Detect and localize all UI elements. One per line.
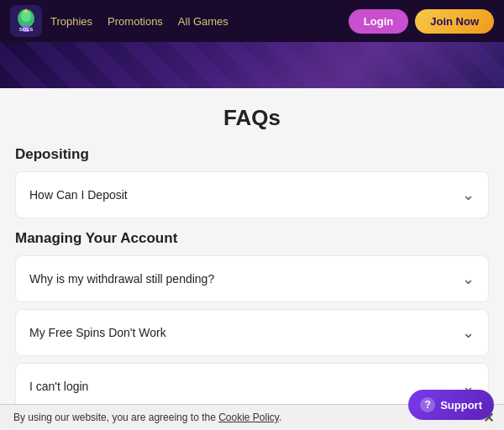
depositing-section-title: Depositing [15, 146, 489, 163]
cookie-text: By using our website, you are agreeing t… [13, 412, 216, 423]
faq-item-deposit[interactable]: How Can I Deposit ⌄ [15, 171, 489, 218]
nav-promotions[interactable]: Promotions [108, 15, 163, 28]
support-button[interactable]: ? Support [408, 390, 494, 420]
svg-text:SOLS: SOLS [19, 27, 33, 32]
header-actions: Login Join Now [349, 9, 494, 34]
nav-links: Trophies Promotions All Games [50, 15, 228, 28]
faq-item-withdrawal-label: Why is my withdrawal still pending? [29, 272, 214, 286]
chevron-down-icon: ⌄ [462, 323, 475, 342]
faq-item-free-spins-label: My Free Spins Don't Work [29, 326, 166, 339]
nav-all-games[interactable]: All Games [178, 15, 228, 28]
logo-icon: SOLS [10, 5, 42, 37]
cookie-period: . [279, 412, 281, 423]
faq-title: FAQs [15, 105, 489, 131]
faq-item-deposit-label: How Can I Deposit [29, 188, 128, 202]
logo-area: SOLS [10, 5, 42, 37]
chevron-down-icon: ⌄ [462, 270, 475, 288]
chevron-down-icon: ⌄ [462, 186, 475, 204]
login-button[interactable]: Login [349, 9, 408, 34]
join-button[interactable]: Join Now [415, 9, 494, 34]
depositing-section: Depositing How Can I Deposit ⌄ [15, 146, 489, 218]
cookie-policy-link[interactable]: Cookie Policy [218, 412, 279, 423]
faq-item-free-spins[interactable]: My Free Spins Don't Work ⌄ [15, 309, 489, 356]
support-icon: ? [420, 397, 435, 412]
main-content: FAQs Depositing How Can I Deposit ⌄ Mana… [0, 88, 504, 430]
header: SOLS Trophies Promotions All Games Login… [0, 0, 504, 42]
hero-banner [0, 42, 504, 88]
faq-item-cant-login-label: I can't login [29, 380, 88, 393]
nav-trophies[interactable]: Trophies [50, 15, 92, 28]
managing-section-title: Managing Your Account [15, 230, 489, 247]
support-label: Support [440, 399, 482, 412]
faq-item-withdrawal[interactable]: Why is my withdrawal still pending? ⌄ [15, 255, 489, 302]
